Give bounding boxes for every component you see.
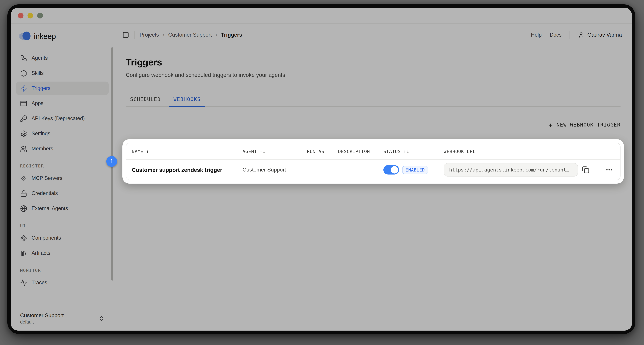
gear-icon: [20, 130, 27, 137]
project-name: Customer Support: [20, 312, 64, 318]
more-actions-icon[interactable]: [606, 166, 613, 174]
sidebar-item-api-keys[interactable]: API Keys (Deprecated): [16, 112, 109, 125]
status-badge: ENABLED: [402, 166, 428, 174]
plus-icon: +: [549, 121, 553, 129]
mcp-icon: [20, 175, 27, 182]
sidebar-item-label: Apps: [32, 100, 44, 106]
copy-icon[interactable]: [582, 166, 589, 174]
trigger-name-cell: Customer support zendesk trigger: [126, 167, 237, 173]
trigger-description-cell: —: [332, 167, 378, 173]
header-divider: [570, 31, 570, 39]
sidebar-item-triggers[interactable]: Triggers: [16, 82, 109, 95]
sidebar-item-label: Triggers: [32, 85, 50, 91]
page-subtitle: Configure webhook and scheduled triggers…: [126, 72, 620, 78]
app-window: inkeep Agents Skills Triggers: [11, 8, 632, 330]
chevron-right-icon: ›: [216, 32, 217, 38]
column-header-webhook-url: WEBHOOK URL: [438, 149, 620, 154]
sidebar-item-label: Settings: [32, 131, 50, 137]
project-switcher[interactable]: Customer Support default: [16, 310, 109, 326]
sidebar-item-traces[interactable]: Traces: [16, 276, 109, 289]
column-header-agent[interactable]: AGENT ↑↓: [237, 149, 301, 154]
user-menu[interactable]: Gaurav Varma: [578, 32, 622, 38]
hexagon-icon: [20, 70, 27, 77]
activity-icon: [20, 279, 27, 286]
breadcrumb: Projects › Customer Support › Triggers: [140, 32, 242, 38]
sidebar-item-settings[interactable]: Settings: [16, 127, 109, 140]
close-button[interactable]: [18, 13, 24, 19]
sidebar-item-agents[interactable]: Agents: [16, 51, 109, 65]
sidebar-item-apps[interactable]: Apps: [16, 97, 109, 110]
lock-icon: [20, 190, 27, 197]
sidebar-item-members[interactable]: Members: [16, 142, 109, 155]
inkeep-logo-text: inkeep: [34, 32, 56, 41]
sidebar-item-skills[interactable]: Skills: [16, 67, 109, 80]
table-toolbar: + NEW WEBHOOK TRIGGER: [126, 121, 620, 129]
new-webhook-trigger-button[interactable]: + NEW WEBHOOK TRIGGER: [549, 121, 620, 129]
page-content: Triggers Configure webhook and scheduled…: [114, 46, 632, 330]
sidebar-item-label: Components: [32, 235, 61, 241]
sidebar: inkeep Agents Skills Triggers: [11, 24, 114, 330]
sidebar-item-label: Skills: [32, 70, 44, 76]
app-window-icon: [20, 100, 27, 107]
main-header: Projects › Customer Support › Triggers H…: [114, 24, 632, 46]
users-icon: [20, 145, 27, 152]
column-header-run-as: RUN AS: [301, 149, 332, 154]
sidebar-item-label: Credentials: [32, 190, 58, 196]
sidebar-section-register: REGISTER: [20, 163, 105, 168]
breadcrumb-customer-support[interactable]: Customer Support: [168, 32, 212, 38]
library-icon: [20, 249, 27, 257]
sidebar-item-mcp-servers[interactable]: MCP Servers: [16, 171, 109, 185]
user-icon: [578, 32, 584, 38]
annotation-badge: 1: [106, 156, 117, 167]
annotation-spotlight: 1 NAME ↑ AGENT ↑↓: [122, 139, 624, 184]
sidebar-item-label: MCP Servers: [32, 175, 62, 181]
tab-bar: SCHEDULED WEBHOOKS: [126, 96, 620, 107]
zoom-button[interactable]: [37, 13, 43, 19]
help-link[interactable]: Help: [531, 32, 542, 38]
inkeep-logo-icon: [20, 31, 31, 41]
sidebar-item-label: External Agents: [32, 205, 68, 211]
trigger-webhook-url-cell: https://api.agents.inkeep.com/run/tenant…: [438, 163, 620, 177]
webhook-url-field[interactable]: https://api.agents.inkeep.com/run/tenant…: [444, 163, 578, 177]
status-toggle[interactable]: [384, 165, 399, 175]
sidebar-item-credentials[interactable]: Credentials: [16, 187, 109, 200]
toggle-knob: [391, 166, 398, 174]
breadcrumb-projects[interactable]: Projects: [140, 32, 159, 38]
sort-both-icon: ↑↓: [404, 149, 410, 154]
sidebar-item-external-agents[interactable]: External Agents: [16, 202, 109, 215]
trigger-run-as-cell: —: [301, 167, 332, 173]
triggers-table: NAME ↑ AGENT ↑↓ RUN AS: [126, 143, 620, 180]
tab-scheduled[interactable]: SCHEDULED: [126, 96, 165, 107]
chevron-right-icon: ›: [163, 32, 164, 38]
project-environment: default: [20, 319, 64, 324]
table-row[interactable]: Customer support zendesk trigger Custome…: [126, 160, 620, 180]
main-area: Projects › Customer Support › Triggers H…: [114, 24, 632, 330]
sidebar-section-ui: UI: [20, 223, 105, 228]
sidebar-item-label: Agents: [32, 55, 48, 61]
column-header-name[interactable]: NAME ↑: [126, 149, 237, 154]
column-header-status[interactable]: STATUS ↑↓: [378, 149, 438, 154]
key-icon: [20, 115, 27, 122]
minimize-button[interactable]: [28, 13, 33, 19]
workflow-icon: [20, 55, 27, 62]
docs-link[interactable]: Docs: [550, 32, 562, 38]
table-header-row: NAME ↑ AGENT ↑↓ RUN AS: [126, 143, 620, 160]
trigger-status-cell: ENABLED: [378, 165, 438, 175]
device-frame: inkeep Agents Skills Triggers: [8, 4, 635, 334]
sort-asc-icon: ↑: [146, 149, 149, 154]
zap-icon: [20, 85, 27, 92]
user-name: Gaurav Varma: [587, 32, 622, 38]
panel-left-icon[interactable]: [122, 32, 129, 38]
sidebar-item-components[interactable]: Components: [16, 231, 109, 245]
breadcrumb-triggers: Triggers: [221, 32, 242, 38]
inkeep-logo: inkeep: [20, 31, 105, 41]
sort-both-icon: ↑↓: [260, 149, 266, 154]
component-icon: [20, 234, 27, 241]
sidebar-item-label: Members: [32, 146, 53, 152]
window-titlebar: [11, 8, 632, 24]
sidebar-item-artifacts[interactable]: Artifacts: [16, 246, 109, 260]
sidebar-item-label: Artifacts: [32, 250, 50, 256]
globe-icon: [20, 205, 27, 212]
header-divider: [134, 31, 134, 39]
tab-webhooks[interactable]: WEBHOOKS: [169, 96, 205, 107]
